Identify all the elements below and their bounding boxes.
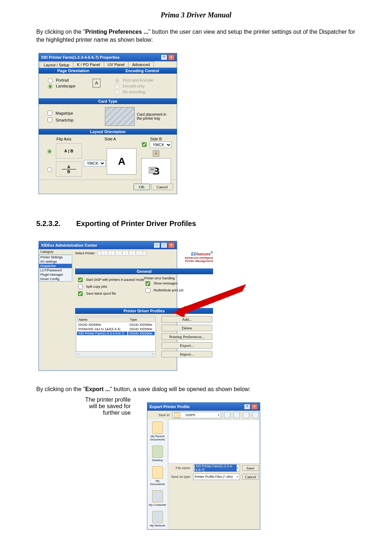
export-paragraph: By clicking on the "Export ..." button, … [36,385,356,393]
redistribute-checkbox[interactable] [146,288,150,293]
printer-num[interactable]: 4 [119,251,126,255]
ok-button[interactable]: OK [134,184,150,190]
file-list[interactable] [168,419,260,464]
flip-axis-2-radio[interactable] [47,167,52,172]
tab-k-po-panel[interactable]: K / PO Panel [73,61,104,67]
print-and-encode-radio[interactable] [115,78,119,83]
close-button[interactable]: × [251,404,258,410]
landscape-option[interactable]: Landscape [46,83,90,89]
print-and-encode-option[interactable]: Print and Encode [113,77,172,83]
printer-num[interactable]: 7 [139,251,146,255]
printer-num[interactable]: 6 [132,251,139,255]
smartchip-checkbox[interactable] [48,118,52,122]
printer-num[interactable]: 1 [98,251,105,255]
no-encoding-option[interactable]: No encoding [113,89,172,95]
start-paused-checkbox[interactable] [78,278,83,282]
place-network[interactable]: My Network [147,509,168,529]
printer-num[interactable]: 5 [126,251,132,255]
up-icon[interactable] [233,412,240,418]
folder-icon [174,413,180,418]
tab-layout-setup[interactable]: Layout / Setup [40,62,73,68]
printing-preferences-button[interactable]: Printing Preferences... [162,333,212,340]
start-paused-option[interactable]: Start DISP with printers in paused mode [77,276,144,283]
place-computer[interactable]: My Computer [147,488,168,509]
tab-uv-panel[interactable]: UV Panel [104,61,128,67]
save-button[interactable]: Save [242,465,259,471]
split-copy-checkbox[interactable] [78,284,83,289]
label: Landscape [56,84,75,88]
table-row[interactable]: PrinterXID 1&2 to 1&4(2-3-4)DIGID XID590… [77,327,155,331]
save-in-select[interactable]: DISP5▾ [172,412,221,418]
add-button[interactable]: Add... [162,316,212,323]
split-copy-option[interactable]: Split copy jobs [77,283,144,290]
encode-only-radio[interactable] [115,84,119,89]
side-b-checkbox[interactable] [142,142,147,147]
file-name-input[interactable]: XID Printer Farm(1-2-3-4-5-6-7)▾ [193,465,240,471]
category-list: Printer Settings I/O settings Dispatcher… [39,255,72,282]
side-b-select[interactable]: YMCK [150,141,172,148]
place-desktop[interactable]: Desktop [147,443,168,464]
table-row-selected[interactable]: XID Printer Farm(1-2-3-4-5-6-7)DIGID XID… [77,332,155,335]
delete-button[interactable]: Delete [162,325,212,331]
no-encoding-radio[interactable] [115,90,119,95]
section-number: 5.2.3.2. [36,219,76,228]
category-item-selected[interactable]: Dispatcher [39,264,72,268]
show-messages-checkbox[interactable] [146,281,150,286]
new-folder-icon[interactable] [243,412,249,418]
category-item[interactable]: LUT/Password [39,268,72,272]
category-item[interactable]: I/O settings [39,259,72,264]
desktop-icon [152,446,163,458]
category-item[interactable]: Plugin Manager [39,272,72,277]
magstripe-option[interactable]: Magstripe [46,110,105,116]
col-name[interactable]: Name [77,317,127,322]
card-placement-text: Card placement in the printer tray [137,112,170,120]
value: DISP5 [186,413,195,417]
import-button[interactable]: Import... [162,351,212,357]
col-type[interactable]: Type [128,317,155,322]
text: " button, a save dialog will be opened a… [110,386,250,392]
flip-axis-label: Flip Axis [44,137,84,141]
export-button[interactable]: Export... [162,342,212,349]
help-button[interactable]: ? [161,54,167,60]
cancel-button[interactable]: Cancel [242,474,259,480]
minimize-button[interactable]: – [154,242,160,248]
landscape-radio[interactable] [48,84,53,89]
save-caption: The printer profile will be saved for fu… [36,397,138,416]
window-title: Export Printer Profile [150,405,190,409]
card-type-header: Card Type [39,98,177,104]
smartchip-option[interactable]: Smartchip [46,116,105,123]
tab-advanced[interactable]: Advanced [128,61,154,67]
portrait-option[interactable]: Portrait [46,77,90,83]
category-item[interactable]: Driver Config [39,277,72,281]
printer-num[interactable]: 2 [105,251,112,255]
maximize-button[interactable]: □ [161,242,167,248]
orientation-icon: A [93,79,101,87]
save-type-select[interactable]: Printer Profile Files (*.xfm)▾ [193,473,240,480]
side-a-select[interactable]: YMCK [84,160,106,167]
label: Portrait [56,78,69,82]
magstripe-checkbox[interactable] [48,111,52,115]
callout-arrow-icon [181,235,253,253]
close-button[interactable]: × [168,54,175,60]
encode-only-option[interactable]: Encode only [113,83,172,89]
back-icon[interactable] [224,412,230,418]
help-button[interactable]: ? [244,404,250,410]
printer-picker[interactable]: 1 2 3 4 5 6 7 [98,251,146,255]
scroll-right-icon[interactable]: › [150,352,155,357]
text: A [68,165,70,169]
place-recent[interactable]: My Recent Documents [147,419,168,443]
flip-axis-1-radio[interactable] [47,149,52,154]
table-row[interactable]: DIGID XID590eDIGID XID590e [77,323,155,327]
layout-orientation-header: Layout Orientation [39,129,177,135]
intro-paragraph-1: By clicking on the "Printing Preferences… [36,28,356,44]
text: B [70,149,73,153]
scroll-left-icon[interactable]: ‹ [76,352,81,357]
category-item[interactable]: Printer Settings [39,255,72,259]
portrait-radio[interactable] [48,78,53,83]
save-spool-checkbox[interactable] [78,291,83,296]
place-documents[interactable]: My Documents [147,464,168,488]
view-menu-icon[interactable] [252,412,259,418]
cancel-button[interactable]: Cancel [151,184,173,190]
printer-num[interactable]: 3 [112,251,119,255]
save-spool-option[interactable]: Save latest spool file [77,290,144,297]
